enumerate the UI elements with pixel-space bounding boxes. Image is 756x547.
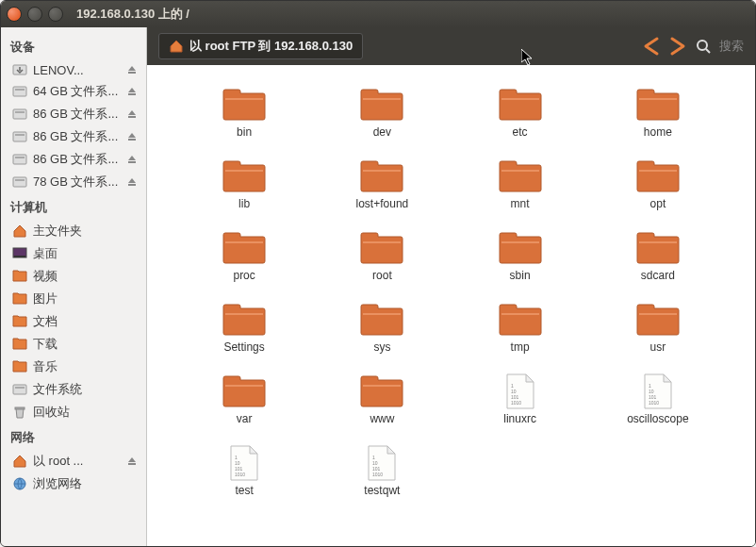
folder-icon	[222, 373, 267, 410]
documents-icon	[12, 314, 27, 329]
folder-item[interactable]: var	[175, 371, 313, 442]
eject-icon[interactable]	[125, 455, 139, 468]
item-label: sys	[373, 340, 390, 354]
folder-item[interactable]: etc	[452, 84, 589, 156]
item-label: var	[237, 412, 253, 425]
search-placeholder[interactable]: 搜索	[719, 38, 744, 55]
network-icon	[12, 476, 27, 491]
network-folder-icon	[169, 39, 184, 54]
folder-item[interactable]: sdcard	[589, 227, 727, 299]
file-item[interactable]: oscilloscope	[589, 371, 727, 442]
folder-item[interactable]: Settings	[175, 299, 313, 371]
sidebar-item-label: 86 GB 文件系...	[33, 106, 120, 123]
item-label: testqwt	[364, 484, 400, 497]
item-label: lib	[238, 197, 250, 210]
sidebar-item-label: 下载	[33, 336, 139, 353]
sidebar-item[interactable]: 图片	[1, 288, 146, 310]
window-minimize-button[interactable]	[27, 7, 42, 22]
sidebar-item[interactable]: 下载	[1, 333, 146, 356]
sidebar-item[interactable]: 浏览网络	[1, 472, 146, 495]
textfile-icon	[503, 373, 537, 410]
drive-icon	[12, 174, 27, 190]
file-grid: bindevetchomeliblost+foundmntoptprocroot…	[147, 65, 755, 546]
sidebar-item[interactable]: LENOV...	[1, 59, 146, 80]
folder-item[interactable]: home	[589, 84, 727, 156]
window-maximize-button[interactable]	[48, 7, 63, 22]
sidebar-item-label: LENOV...	[33, 63, 120, 77]
search-button[interactable]	[695, 38, 712, 55]
folder-item[interactable]: mnt	[452, 156, 589, 227]
item-label: etc	[513, 125, 528, 139]
eject-icon[interactable]	[125, 130, 139, 143]
sidebar-item-label: 视频	[33, 268, 139, 285]
folder-icon	[498, 229, 543, 267]
folder-icon	[222, 86, 267, 124]
sidebar-item-label: 桌面	[33, 245, 139, 262]
nav-back-button[interactable]	[642, 35, 661, 58]
folder-icon	[359, 157, 404, 195]
folder-item[interactable]: lost+found	[313, 156, 451, 227]
folder-icon	[222, 157, 267, 195]
folder-icon	[498, 157, 543, 195]
textfile-icon	[227, 444, 261, 482]
item-label: linuxrc	[503, 412, 536, 425]
sidebar-item[interactable]: 86 GB 文件系...	[1, 148, 146, 171]
sidebar-item-label: 以 root ...	[33, 453, 120, 470]
sidebar-item[interactable]: 以 root ...	[1, 450, 146, 472]
item-label: dev	[373, 125, 391, 139]
file-item[interactable]: linuxrc	[452, 371, 589, 442]
toolbar: 以 root FTP 到 192.168.0.130 搜索	[147, 27, 755, 65]
folder-item[interactable]: www	[313, 371, 451, 442]
folder-icon	[635, 157, 681, 195]
item-label: test	[235, 484, 253, 497]
eject-icon[interactable]	[125, 153, 139, 166]
eject-icon[interactable]	[125, 85, 139, 98]
item-label: tmp	[511, 340, 530, 354]
folder-item[interactable]: bin	[175, 84, 313, 156]
sidebar-item[interactable]: 回收站	[1, 401, 146, 423]
sidebar-item[interactable]: 视频	[1, 265, 146, 288]
folder-icon	[635, 86, 681, 124]
folder-item[interactable]: dev	[313, 84, 451, 156]
folder-item[interactable]: sbin	[452, 227, 589, 299]
folder-item[interactable]: tmp	[452, 299, 589, 371]
eject-icon[interactable]	[125, 175, 139, 189]
window-close-button[interactable]	[7, 7, 22, 22]
folder-item[interactable]: proc	[175, 227, 313, 299]
folder-icon	[359, 301, 404, 339]
folder-item[interactable]: sys	[313, 299, 451, 371]
folder-item[interactable]: opt	[589, 156, 727, 227]
window-title: 192.168.0.130 上的 /	[76, 6, 189, 23]
sidebar-item-label: 音乐	[33, 358, 139, 375]
sidebar-item-label: 图片	[33, 290, 139, 307]
eject-icon[interactable]	[125, 108, 139, 121]
location-bar[interactable]: 以 root FTP 到 192.168.0.130	[158, 33, 363, 59]
sidebar-item[interactable]: 86 GB 文件系...	[1, 103, 146, 125]
item-label: mnt	[511, 197, 530, 210]
folder-item[interactable]: lib	[175, 156, 313, 227]
folder-icon	[359, 229, 404, 267]
file-item[interactable]: testqwt	[313, 442, 451, 514]
folder-item[interactable]: root	[313, 227, 451, 299]
sidebar-item-label: 64 GB 文件系...	[33, 83, 120, 100]
sidebar-item-label: 文档	[33, 313, 139, 330]
sidebar-item[interactable]: 78 GB 文件系...	[1, 171, 146, 193]
sidebar-item[interactable]: 文档	[1, 310, 146, 333]
sidebar-item-label: 回收站	[33, 404, 139, 421]
folder-item[interactable]: usr	[589, 299, 727, 371]
sidebar-item[interactable]: 主文件夹	[1, 220, 146, 242]
nav-forward-button[interactable]	[668, 35, 687, 58]
sidebar-item[interactable]: 音乐	[1, 356, 146, 378]
videos-icon	[12, 269, 27, 284]
sidebar-section-header: 设备	[1, 33, 146, 59]
disk-icon	[12, 62, 27, 77]
sidebar-item[interactable]: 桌面	[1, 242, 146, 265]
sidebar-section-header: 计算机	[1, 193, 146, 220]
file-item[interactable]: test	[175, 442, 313, 514]
desktop-icon	[12, 246, 27, 261]
sidebar-item[interactable]: 86 GB 文件系...	[1, 125, 146, 148]
eject-icon[interactable]	[125, 63, 139, 76]
sidebar-item[interactable]: 文件系统	[1, 378, 146, 401]
item-label: home	[644, 125, 672, 139]
sidebar-item[interactable]: 64 GB 文件系...	[1, 80, 146, 103]
